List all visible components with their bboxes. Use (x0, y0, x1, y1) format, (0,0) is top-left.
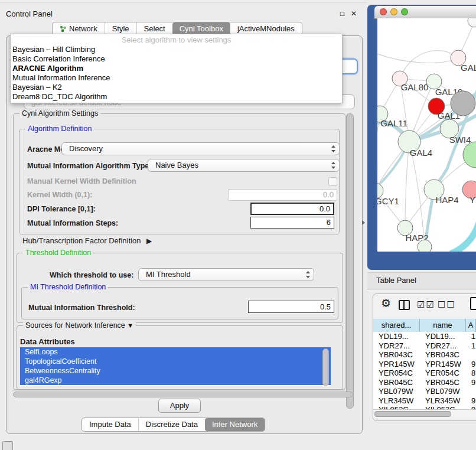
dpi-tolerance-label: DPI Tolerance [0,1]: (27, 205, 96, 213)
mi-steps-input[interactable]: 6 (250, 217, 334, 229)
column-header-name[interactable]: name (420, 319, 466, 332)
aracne-mode-select[interactable]: Discovery (61, 142, 340, 155)
mi-type-select[interactable]: Naive Bayes (148, 159, 340, 172)
attribute-item-gal4rgexp[interactable]: gal4RGexp (20, 376, 331, 385)
table-cell: YDL19... (420, 332, 466, 341)
mi-steps-label: Mutual Information Steps: (27, 219, 118, 227)
table-cell (466, 350, 476, 360)
dropdown-item-bayesian-hill-climbing[interactable]: Bayesian – Hill Climbing (11, 45, 342, 54)
table-cell: 9. (466, 360, 476, 369)
mi-type-value: Naive Bayes (155, 161, 198, 169)
dropdown-item-basic-correlation-inference[interactable]: Basic Correlation Inference (11, 54, 342, 64)
column-header-shared[interactable]: shared... (373, 319, 420, 332)
table-cell: YIL052C (420, 405, 466, 409)
attribute-item-betweennesscentrality[interactable]: BetweennessCentrality (20, 366, 331, 376)
group-title: Cyni Algorithm Settings (19, 109, 100, 118)
manual-kernel-label: Manual Kernel Width Definition (27, 177, 136, 185)
select-all-icon[interactable]: ☑☑ (417, 299, 435, 310)
mi-threshold-input[interactable]: 0.5 (248, 301, 334, 313)
table-cell: YDR27... (373, 341, 420, 351)
table-row[interactable]: YIL052CYIL052C9 (373, 405, 476, 409)
settings-horizontal-scrollbar[interactable] (12, 390, 353, 397)
network-node[interactable] (468, 18, 476, 27)
table-row[interactable]: YPR145WYPR145W9. (373, 360, 476, 369)
network-node[interactable] (418, 240, 432, 252)
table-row[interactable]: YDL19...YDL19...13 (373, 332, 476, 341)
document-icon[interactable] (470, 297, 476, 310)
kernel-width-input[interactable]: 0.0 (228, 189, 337, 201)
bottom-tab-discretize-data[interactable]: Discretize Data (138, 418, 205, 431)
expand-right-icon[interactable]: ▶ (146, 237, 152, 245)
network-node[interactable] (463, 142, 476, 168)
float-window-icon[interactable]: □ (340, 9, 344, 18)
table-cell: YDL19... (373, 332, 420, 341)
list-scrollbar-thumb[interactable] (322, 348, 329, 386)
group-title: MI Threshold Definition (28, 283, 108, 291)
scrollbar-thumb[interactable] (13, 392, 353, 397)
splitter-arrow-icon[interactable] (362, 220, 365, 225)
network-view-canvas[interactable]: GALGAL80GAL10GAL1GAL11SWI4GAL4GCY1HAP4YH… (377, 18, 476, 252)
collapsed-panel-icon[interactable] (2, 441, 13, 450)
zoom-traffic-light[interactable] (401, 8, 408, 15)
dropdown-item-dream8-dc-tdc-algorithm[interactable]: Dream8 DC_TDC Algorithm (11, 92, 342, 102)
bottom-tab-impute-data[interactable]: Impute Data (82, 418, 138, 431)
collapse-down-icon[interactable]: ▼ (127, 322, 133, 329)
settings-vertical-scrollbar[interactable] (346, 113, 354, 409)
table-cell: YLR345W (420, 396, 466, 406)
bottom-tabbar: Impute DataDiscretize DataInfer Network (81, 418, 265, 432)
dropdown-item-mutual-information-inference[interactable]: Mutual Information Inference (11, 73, 342, 83)
group-title: Threshold Definition (23, 249, 93, 257)
hub-definition-expander[interactable]: Hub/Transcription Factor Definition ▶ (22, 236, 152, 245)
network-node-label: GAL80 (401, 82, 429, 92)
stepper-arrows-icon (305, 270, 311, 279)
sources-title: Sources for Network Inference (25, 321, 125, 330)
table-horizontal-scrollbar[interactable] (373, 409, 476, 417)
manual-kernel-checkbox[interactable] (328, 177, 337, 186)
data-attributes-list[interactable]: SelfLoopsTopologicalCoefficientBetweenne… (20, 347, 331, 386)
gear-icon[interactable]: ⚙ (381, 298, 391, 309)
hub-definition-label: Hub/Transcription Factor Definition (22, 236, 141, 245)
network-icon (60, 25, 67, 32)
which-threshold-value: MI Threshold (146, 270, 191, 279)
table-cell: 9. (466, 396, 476, 406)
dropdown-prompt: Select algorithm to view settings (11, 35, 342, 45)
table-panel-title: Table Panel (376, 276, 416, 285)
which-threshold-select[interactable]: MI Threshold (138, 268, 314, 281)
deselect-all-icon[interactable]: ☐☐ (438, 299, 456, 310)
network-window-titlebar[interactable] (374, 6, 476, 19)
column-header-a[interactable]: A (466, 319, 476, 332)
scrollbar-thumb[interactable] (374, 411, 451, 417)
table-cell (466, 387, 476, 396)
table-row[interactable]: YDR27...YDR27...12 (373, 341, 476, 351)
control-panel-title: Control Panel (6, 9, 53, 18)
attribute-item-topologicalcoefficient[interactable]: TopologicalCoefficient (20, 357, 331, 366)
minimize-traffic-light[interactable] (390, 8, 397, 15)
apply-button[interactable]: Apply (158, 399, 201, 413)
network-edge-highlight (452, 223, 476, 252)
dropdown-item-aracne-algorithm[interactable]: ARACNE Algorithm (11, 64, 342, 73)
table-row[interactable]: YER054CYER054C8. (373, 369, 476, 378)
table-cell: YDR27... (420, 341, 466, 351)
table-cell: 9 (466, 405, 476, 409)
which-threshold-label: Which threshold to use: (50, 271, 133, 279)
dropdown-item-bayesian-k2[interactable]: Bayesian – K2 (11, 83, 342, 92)
bottom-tab-infer-network[interactable]: Infer Network (205, 418, 265, 431)
table-cell: YER054C (420, 369, 466, 378)
network-node[interactable] (451, 91, 475, 116)
control-panel-titlebar: Control Panel □ ✕ (0, 2, 366, 19)
network-node-label: GAL11 (380, 118, 407, 128)
table-cell: 12 (466, 341, 476, 351)
table-cell: YER054C (373, 369, 420, 378)
table-row[interactable]: YBR045CYBR045C9. (373, 378, 476, 387)
network-node-label: GCY1 (377, 196, 399, 206)
network-graph: GALGAL80GAL10GAL1GAL11SWI4GAL4GCY1HAP4YH… (377, 18, 476, 252)
close-traffic-light[interactable] (380, 8, 387, 15)
column-view-icon[interactable] (399, 300, 410, 310)
dpi-tolerance-input[interactable]: 0.0 (250, 203, 334, 215)
table-row[interactable]: YBL079WYBL079W (373, 387, 476, 396)
network-node-label: GAL4 (410, 148, 432, 158)
table-row[interactable]: YBR043CYBR043C (373, 350, 476, 360)
close-window-icon[interactable]: ✕ (351, 9, 357, 18)
table-row[interactable]: YLR345WYLR345W9. (373, 396, 476, 406)
attribute-item-selfloops[interactable]: SelfLoops (20, 347, 331, 357)
